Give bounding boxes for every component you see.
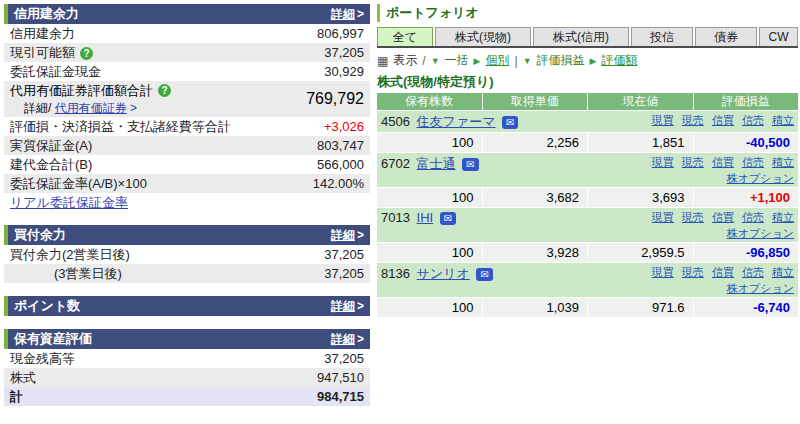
row-label: 委託保証金現金 (10, 63, 101, 81)
stock-name-link[interactable]: サンリオ (417, 266, 470, 281)
row-real-margin-a: 実質保証金(A) 803,747 (4, 136, 370, 155)
action-cash-buy[interactable]: 現買 (652, 114, 674, 126)
action-margin-sell[interactable]: 信売 (742, 156, 764, 168)
row-value: 142.00% (313, 176, 364, 191)
action-cash-buy[interactable]: 現買 (652, 266, 674, 278)
row-pl-total: 評価損・決済損益・支払諸経費等合計 +3,026 (4, 117, 370, 136)
stock-code: 6702 (381, 156, 410, 171)
panel-points: ポイント数 詳細> (4, 296, 370, 316)
action-margin-buy[interactable]: 信買 (712, 211, 734, 223)
holdings-table-header: 保有株数 取得単価 現在値 評価損益 (377, 93, 798, 110)
stock-identity: 4506 住友ファーマ ✉ (381, 112, 518, 131)
action-margin-buy[interactable]: 信買 (712, 156, 734, 168)
cell-cost: 3,682 (482, 188, 588, 207)
panel-margin-power: 信用建余力 詳細> 信用建余力 806,997 現引可能額? 37,205 委託… (4, 4, 370, 212)
action-links-line: 現買 現売 信買 信売 積立 (647, 264, 794, 280)
action-margin-sell[interactable]: 信売 (742, 266, 764, 278)
toolbar-separator: | (515, 54, 518, 68)
asset-valuation-header: 保有資産評価 詳細> (4, 329, 370, 349)
tab-cw[interactable]: CW (759, 27, 798, 46)
row-label: 現金残高等 (10, 350, 75, 368)
panel-asset-valuation: 保有資産評価 詳細> 現金残高等 37,205 株式 947,510 計 984… (4, 329, 370, 406)
action-stock-option[interactable]: 株オプション (727, 172, 794, 184)
valuation-view-link[interactable]: 評価額 (602, 52, 638, 69)
mail-alert-icon[interactable]: ✉ (440, 212, 456, 225)
row-buying-power-2d: 買付余力(2営業日後) 37,205 (4, 245, 370, 264)
stock-name-link[interactable]: 住友ファーマ (417, 114, 496, 129)
realtime-margin-ratio-link[interactable]: リアル委託保証金率 (10, 194, 128, 212)
action-stock-option[interactable]: 株オプション (727, 282, 794, 294)
row-value-positive: +3,026 (324, 119, 364, 134)
action-accumulate[interactable]: 積立 (772, 266, 794, 278)
action-cash-sell[interactable]: 現売 (682, 266, 704, 278)
action-cash-sell[interactable]: 現売 (682, 211, 704, 223)
action-accumulate[interactable]: 積立 (772, 156, 794, 168)
stock-name-link[interactable]: 富士通 (417, 156, 456, 171)
portfolio-tabs: 全て 株式(現物) 株式(信用) 投信 債券 CW (377, 27, 798, 48)
triangle-right-icon: ▶ (474, 56, 481, 66)
action-accumulate[interactable]: 積立 (772, 114, 794, 126)
cell-shares: 100 (377, 188, 482, 207)
asset-valuation-title: 保有資産評価 (14, 330, 92, 348)
help-icon[interactable]: ? (80, 47, 93, 60)
margin-power-title: 信用建余力 (14, 5, 79, 23)
mail-alert-icon[interactable]: ✉ (462, 158, 478, 171)
action-margin-buy[interactable]: 信買 (712, 266, 734, 278)
tab-stock-cash[interactable]: 株式(現物) (435, 27, 531, 46)
tab-funds[interactable]: 投信 (631, 27, 693, 46)
pl-view-label[interactable]: 評価損益 (537, 52, 585, 69)
individual-mode-link[interactable]: 個別 (486, 52, 510, 69)
cell-price: 1,851 (587, 133, 693, 152)
help-icon[interactable]: ? (158, 84, 171, 97)
stock-name-link[interactable]: IHI (417, 210, 434, 225)
row-buying-power-3d: (3営業日後) 37,205 (4, 264, 370, 283)
action-cash-sell[interactable]: 現売 (682, 156, 704, 168)
action-margin-buy[interactable]: 信買 (712, 114, 734, 126)
asset-valuation-detail-link[interactable]: 詳細> (331, 331, 364, 348)
row-margin-ratio: 委託保証金率(A/B)×100 142.00% (4, 174, 370, 193)
account-summary-column: 信用建余力 詳細> 信用建余力 806,997 現引可能額? 37,205 委託… (4, 4, 370, 419)
cell-price: 971.6 (587, 298, 693, 317)
row-label: 信用建余力 (10, 25, 75, 43)
chevron-right-icon: > (357, 7, 364, 21)
points-detail-link[interactable]: 詳細> (331, 298, 364, 315)
tab-all[interactable]: 全て (377, 27, 433, 46)
cell-price: 3,693 (587, 188, 693, 207)
action-links-line: 株オプション (647, 280, 794, 296)
row-label-text: 代用有価証券評価額合計 (10, 82, 153, 100)
action-cash-buy[interactable]: 現買 (652, 211, 674, 223)
action-cash-buy[interactable]: 現買 (652, 156, 674, 168)
header-pl: 評価損益 (693, 93, 799, 110)
action-stock-option[interactable]: 株オプション (727, 227, 794, 239)
row-label: 株式 (10, 369, 36, 387)
row-value: 803,747 (317, 138, 364, 153)
buying-power-detail-link[interactable]: 詳細> (331, 227, 364, 244)
buying-power-header: 買付余力 詳細> (4, 225, 370, 245)
stock-value-row: 100 3,928 2,959.5 -96,850 (377, 243, 798, 262)
action-accumulate[interactable]: 積立 (772, 211, 794, 223)
display-label[interactable]: 表示 (393, 52, 417, 69)
stock-code: 4506 (381, 114, 410, 129)
action-links-line: 株オプション (647, 170, 794, 186)
points-title: ポイント数 (14, 297, 80, 315)
row-label: 代用有価証券評価額合計? (10, 81, 171, 100)
row-value: 37,205 (324, 247, 364, 262)
action-margin-sell[interactable]: 信売 (742, 211, 764, 223)
stock-actions: 現買 現売 信買 信売 積立 株オプション (647, 154, 794, 186)
stock-actions: 現買 現売 信買 信売 積立 株オプション (647, 209, 794, 241)
cell-shares: 100 (377, 133, 482, 152)
stock-name-row: 7013 IHI ✉ 現買 現売 信買 信売 積立 株オプション (377, 208, 798, 242)
substitute-securities-link[interactable]: 代用有価証券 (55, 101, 127, 115)
margin-power-detail-link[interactable]: 詳細> (331, 6, 364, 23)
stock-actions: 現買 現売 信買 信売 積立 株オプション (647, 264, 794, 296)
batch-mode-label[interactable]: 一括 (445, 52, 469, 69)
tab-stock-margin[interactable]: 株式(信用) (533, 27, 629, 46)
tab-bonds[interactable]: 債券 (695, 27, 757, 46)
mail-alert-icon[interactable]: ✉ (476, 268, 492, 281)
action-links-line: 現買 現売 信買 信売 積立 (647, 154, 794, 170)
action-margin-sell[interactable]: 信売 (742, 114, 764, 126)
mail-alert-icon[interactable]: ✉ (502, 116, 518, 129)
action-cash-sell[interactable]: 現売 (682, 114, 704, 126)
row-label: 建代金合計(B) (10, 156, 92, 174)
toolbar-separator: / (422, 54, 425, 68)
